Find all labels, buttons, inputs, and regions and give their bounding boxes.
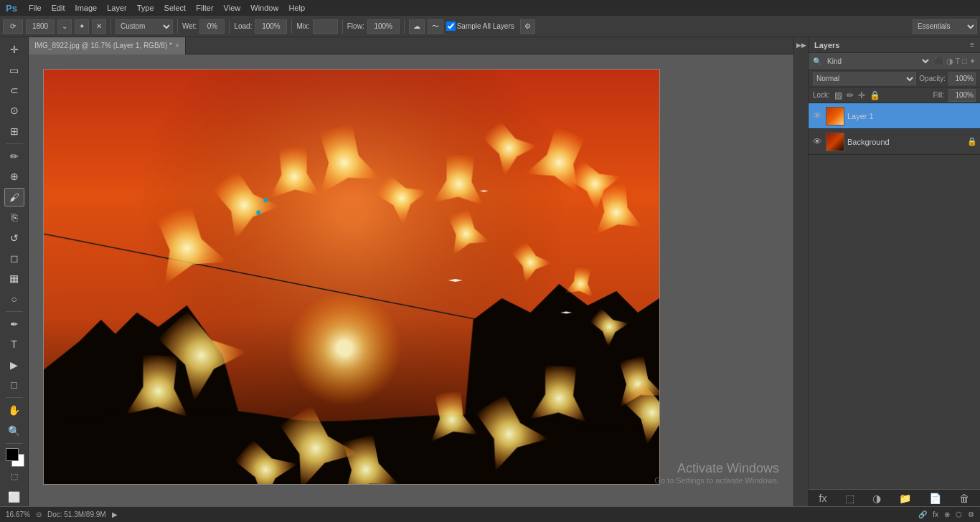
blend-mode-select[interactable]: Custom [116, 19, 173, 34]
quick-mask-btn[interactable]: ⬚ [4, 467, 24, 485]
flow-label: Flow: [347, 22, 364, 30]
sample-all-check[interactable] [446, 22, 456, 31]
move-tool[interactable]: ✛ [4, 40, 24, 59]
load-input[interactable]: 100% [255, 19, 287, 34]
brush-size-input[interactable]: 1800 [26, 19, 55, 34]
menu-select[interactable]: Select [160, 2, 191, 14]
fx-icon: fx [933, 511, 938, 518]
lock-transparency-icon[interactable]: ▨ [834, 90, 842, 100]
brush-settings-btn[interactable]: ⚙ [520, 19, 535, 34]
lock-paint-icon[interactable]: ✏ [847, 90, 854, 100]
tab-title: IMG_8922.jpg @ 16.7% (Layer 1, RGB/8) * [34, 42, 172, 49]
filter-type-icon[interactable]: T [956, 57, 961, 66]
erase-to-history-btn[interactable]: ✕ [92, 19, 106, 34]
wet-input[interactable]: 0% [199, 19, 225, 34]
new-layer-btn[interactable]: 📄 [929, 493, 941, 504]
screen-mode-btn[interactable]: ⬜ [4, 488, 24, 506]
mix-input[interactable] [313, 19, 338, 34]
layer-row-background[interactable]: 👁 Background 🔒 [809, 129, 980, 155]
panel-menu-btn[interactable]: ≡ [970, 41, 974, 49]
dodge-tool[interactable]: ○ [4, 290, 24, 308]
activate-windows-subtitle: Go to Settings to activate Windows. [654, 476, 779, 485]
filter-adjust-icon[interactable]: ◑ [946, 57, 953, 66]
mix-label: Mix: [296, 22, 309, 30]
tools-panel: ✛ ▭ ⊂ ⊙ ⊞ ✏ ⊕ 🖌 ⎘ ↺ ◻ ▦ ○ ✒ T ▶ □ ✋ 🔍 ⬚ … [0, 37, 29, 506]
layer1-name: Layer 1 [847, 112, 977, 120]
lock-row: Lock: ▨ ✏ ✛ 🔒 Fill: 100% [809, 87, 980, 103]
fill-input[interactable]: 100% [948, 89, 976, 102]
menu-layer[interactable]: Layer [103, 2, 131, 14]
toggle-airbrush-btn[interactable]: ✦ [75, 19, 89, 34]
shape-tool[interactable]: □ [4, 376, 24, 394]
filter-pixel-icon[interactable]: ⬛ [934, 57, 944, 66]
text-tool[interactable]: T [4, 335, 24, 353]
load-label: Load: [234, 22, 252, 30]
sep1 [110, 19, 111, 34]
layers-panel: 🔍 Kind ⬛ ◑ T □ ✦ Normal Opacity: 100% [809, 53, 980, 506]
background-visibility-icon[interactable]: 👁 [811, 136, 823, 147]
zoom-tool[interactable]: 🔍 [4, 422, 24, 440]
delete-layer-btn[interactable]: 🗑 [959, 493, 969, 504]
opacity-input[interactable]: 100% [948, 72, 976, 85]
select-rect-tool[interactable]: ▭ [4, 60, 24, 79]
canvas[interactable] [43, 69, 660, 485]
collapse-panel: ▶▶ [793, 37, 808, 506]
menu-image[interactable]: Image [71, 2, 102, 14]
healing-tool[interactable]: ⊕ [4, 167, 24, 186]
menu-edit[interactable]: Edit [47, 2, 70, 14]
eyedropper-tool[interactable]: ✏ [4, 147, 24, 166]
tool-sep-2 [6, 311, 23, 312]
new-fill-layer-btn[interactable]: ◑ [872, 493, 881, 504]
canvas-area: IMG_8922.jpg @ 16.7% (Layer 1, RGB/8) * … [29, 37, 793, 506]
blend-mode-layer-select[interactable]: Normal [813, 72, 916, 85]
collapse-layers-btn[interactable]: ▶▶ [795, 40, 808, 50]
fill-label: Fill: [933, 91, 944, 99]
menu-window[interactable]: Window [246, 2, 283, 14]
menu-file[interactable]: File [24, 2, 46, 14]
add-mask-btn[interactable]: ⬚ [845, 493, 854, 504]
workspace-select[interactable]: Essentials [913, 19, 977, 34]
tab-close-btn[interactable]: × [175, 42, 179, 49]
layer-kind-select[interactable]: Kind [824, 57, 931, 66]
layer1-visibility-icon[interactable]: 👁 [811, 110, 823, 121]
quick-select-tool[interactable]: ⊙ [4, 101, 24, 120]
filter-smart-icon[interactable]: ✦ [969, 57, 976, 66]
sample-all-layers-checkbox[interactable]: Sample All Layers [446, 22, 514, 31]
foreground-color[interactable] [6, 448, 19, 461]
menu-filter[interactable]: Filter [192, 2, 217, 14]
smooth-btn[interactable]: 〜 [428, 19, 443, 34]
filter-shape-icon[interactable]: □ [962, 57, 967, 66]
hand-tool[interactable]: ✋ [4, 401, 24, 419]
color-picker[interactable] [4, 447, 24, 465]
menu-help[interactable]: Help [284, 2, 309, 14]
background-lock-icon: 🔒 [967, 137, 977, 146]
link-icon: 🔗 [918, 511, 927, 518]
gradient-tool[interactable]: ▦ [4, 269, 24, 288]
add-style-btn[interactable]: fx [819, 493, 827, 504]
crop-tool[interactable]: ⊞ [4, 122, 24, 141]
new-group-btn[interactable]: 📁 [899, 493, 911, 504]
tool-preset-btn[interactable]: ⟳ [3, 19, 23, 34]
path-select-tool[interactable]: ▶ [4, 356, 24, 374]
menu-type[interactable]: Type [133, 2, 159, 14]
opacity-label: Opacity: [919, 75, 946, 82]
brush-options-btn[interactable]: ⌄ [57, 19, 72, 34]
pen-tool[interactable]: ✒ [4, 315, 24, 333]
flow-input[interactable]: 100% [367, 19, 400, 34]
lock-all-icon[interactable]: 🔒 [870, 90, 880, 100]
history-brush-tool[interactable]: ↺ [4, 228, 24, 247]
menu-view[interactable]: View [220, 2, 245, 14]
brush-tool[interactable]: 🖌 [4, 188, 24, 207]
layer-row-layer1[interactable]: 👁 Layer 1 [809, 103, 980, 129]
canvas-wrapper[interactable]: Activate Windows Go to Settings to activ… [29, 54, 793, 506]
layer-filter-icons: ⬛ ◑ T □ ✦ [934, 57, 976, 66]
clone-stamp-tool[interactable]: ⎘ [4, 208, 24, 227]
sep3 [229, 19, 230, 34]
eraser-tool[interactable]: ◻ [4, 249, 24, 267]
settings-icon: ⚙ [968, 511, 974, 518]
lock-position-icon[interactable]: ✛ [858, 90, 865, 100]
photo-canvas[interactable] [44, 70, 659, 484]
document-tab[interactable]: IMG_8922.jpg @ 16.7% (Layer 1, RGB/8) * … [29, 37, 186, 54]
airbrush-toggle-btn[interactable]: ☁ [409, 19, 425, 34]
lasso-tool[interactable]: ⊂ [4, 81, 24, 100]
